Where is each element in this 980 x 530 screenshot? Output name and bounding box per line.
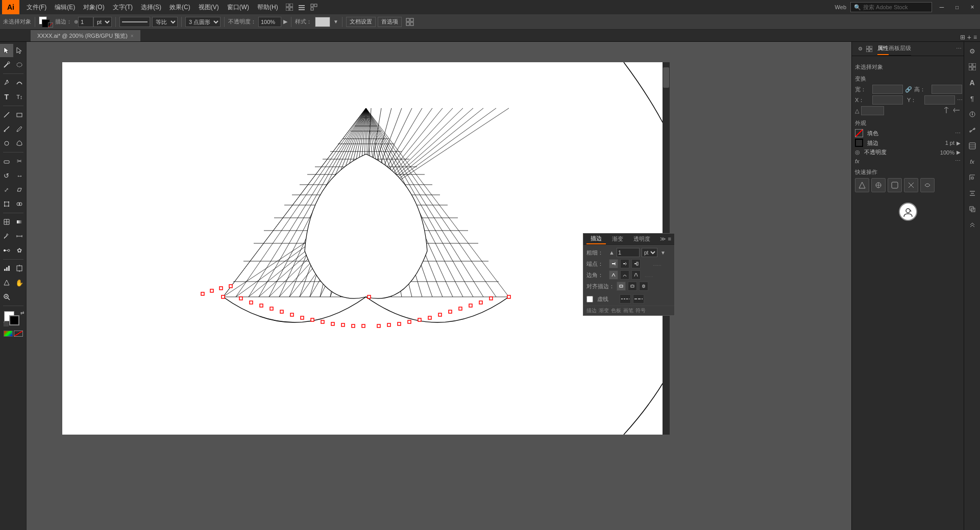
- touch-type-tool[interactable]: T↕: [13, 90, 27, 104]
- no-color-btn[interactable]: [14, 331, 23, 337]
- gradient-tab[interactable]: 渐变: [608, 234, 627, 244]
- shear-tool[interactable]: [13, 183, 27, 196]
- rect-tool[interactable]: [13, 108, 27, 121]
- add-panel-icon[interactable]: +: [967, 33, 971, 41]
- y-input[interactable]: [924, 95, 955, 105]
- transform-icon[interactable]: [965, 170, 979, 185]
- stroke-color-box[interactable]: [9, 315, 19, 325]
- letter-a-icon[interactable]: A: [965, 75, 979, 90]
- angle-input[interactable]: [861, 106, 884, 115]
- dashed-checkbox[interactable]: [586, 296, 593, 302]
- expand-icon[interactable]: [965, 218, 979, 232]
- align-outside-btn[interactable]: [639, 282, 648, 291]
- menu-window[interactable]: 窗口(W): [223, 0, 253, 14]
- align-icon[interactable]: [965, 186, 979, 200]
- direct-selection-tool[interactable]: [13, 44, 27, 57]
- symbol-sprayer-tool[interactable]: ✿: [13, 244, 27, 257]
- reflect-tool[interactable]: ↔: [13, 169, 27, 182]
- transform-options-icon[interactable]: ⋯: [957, 97, 963, 104]
- stroke-preview-icon[interactable]: [855, 139, 863, 147]
- panel-collapse-icon[interactable]: ⋯: [956, 45, 962, 52]
- footer-stroke-btn[interactable]: 描边: [586, 307, 597, 314]
- footer-brushes-btn[interactable]: 画笔: [623, 307, 633, 314]
- cap-round-btn[interactable]: [620, 259, 629, 268]
- stroke-tab[interactable]: 描边: [586, 234, 606, 244]
- measure-tool[interactable]: [13, 230, 27, 243]
- scissors-tool[interactable]: ✂: [13, 155, 27, 168]
- panel-expand-icon[interactable]: ≫: [660, 236, 666, 242]
- curvature-tool[interactable]: [13, 76, 27, 89]
- arrange-panels-icon[interactable]: ⊞: [960, 34, 965, 41]
- arrange-icon[interactable]: [297, 2, 307, 12]
- hand-tool[interactable]: ✋: [13, 276, 27, 289]
- qa-icon-5[interactable]: [920, 178, 935, 192]
- artboards-icon[interactable]: [309, 2, 319, 12]
- properties-icon[interactable]: [965, 107, 979, 121]
- menu-object[interactable]: 对象(O): [79, 0, 108, 14]
- paragraph-icon[interactable]: ¶: [965, 91, 979, 106]
- selection-tool[interactable]: [0, 44, 13, 57]
- preferences-btn[interactable]: 首选项: [378, 17, 402, 27]
- points-select[interactable]: 3 点圆形: [185, 17, 220, 27]
- search-bar[interactable]: 🔍 搜索 Adobe Stock: [850, 2, 932, 12]
- stroke-weight-expand[interactable]: ▶: [957, 140, 961, 146]
- stroke-weight-input[interactable]: [78, 17, 93, 27]
- transparency-tab[interactable]: 透明度: [629, 234, 654, 244]
- properties-tab[interactable]: 属性: [877, 42, 889, 55]
- dash-icon-2[interactable]: [633, 294, 644, 304]
- pathfinder-icon[interactable]: [965, 202, 979, 216]
- color-mode-btn[interactable]: [4, 331, 13, 337]
- appearance-icon[interactable]: [965, 139, 979, 153]
- slice-tool[interactable]: [0, 276, 13, 289]
- pen-tool[interactable]: [0, 76, 13, 89]
- rotate-tool[interactable]: ↺: [0, 169, 13, 182]
- default-colors-icon[interactable]: ⬛: [3, 321, 9, 326]
- canvas-svg[interactable]: [62, 62, 670, 435]
- qa-icon-3[interactable]: [888, 178, 902, 192]
- style-dropdown[interactable]: ▼: [333, 19, 338, 24]
- artboard-tool[interactable]: [13, 262, 27, 275]
- artboards-tab[interactable]: 画板: [889, 42, 900, 55]
- pencil-tool[interactable]: [13, 122, 27, 136]
- shaper-tool[interactable]: [13, 137, 27, 150]
- corner-miter-btn[interactable]: [609, 270, 618, 280]
- stroke-color-swatch[interactable]: [39, 16, 53, 28]
- menu-effect[interactable]: 效果(C): [165, 0, 194, 14]
- zoom-tool[interactable]: [0, 290, 13, 304]
- qa-icon-2[interactable]: [871, 178, 886, 192]
- prop-settings-icon[interactable]: ⚙: [856, 45, 864, 53]
- corner-round-btn[interactable]: [620, 270, 629, 280]
- fx-options[interactable]: ⋯: [955, 158, 961, 164]
- opacity-input[interactable]: [258, 17, 281, 27]
- window-minimize[interactable]: ─: [936, 2, 947, 13]
- panel-menu-btn[interactable]: ≡: [668, 236, 671, 242]
- menu-view[interactable]: 视图(V): [194, 0, 223, 14]
- window-maximize[interactable]: □: [951, 2, 963, 13]
- paintbrush-tool[interactable]: [0, 122, 13, 136]
- align-inside-btn[interactable]: [628, 282, 637, 291]
- grid-icon[interactable]: [284, 2, 295, 12]
- width-input[interactable]: [872, 85, 903, 94]
- footer-gradient-btn[interactable]: 渐变: [599, 307, 609, 314]
- free-transform-tool[interactable]: [0, 197, 13, 211]
- blob-brush-tool[interactable]: [0, 137, 13, 150]
- eyedropper-tool[interactable]: [0, 230, 13, 243]
- opacity-expand-btn[interactable]: ▶: [957, 149, 961, 155]
- user-avatar[interactable]: [899, 203, 917, 221]
- shape-builder-tool[interactable]: [13, 197, 27, 211]
- magic-wand-tool[interactable]: [0, 58, 13, 71]
- weight-unit-select[interactable]: pt: [642, 248, 657, 257]
- window-close[interactable]: ×: [967, 2, 978, 13]
- blend-tool[interactable]: [0, 244, 13, 257]
- link-icon-r[interactable]: [965, 123, 979, 137]
- stroke-unit-select[interactable]: pt: [93, 17, 112, 27]
- tab-close-btn[interactable]: ×: [131, 33, 134, 39]
- weight-expand[interactable]: ▼: [660, 250, 666, 256]
- prop-layout-icon[interactable]: [865, 45, 873, 53]
- corner-bevel-btn[interactable]: [631, 270, 641, 280]
- document-tab[interactable]: XXXX.ai* @ 200% (RGB/GPU 预览) ×: [31, 30, 140, 41]
- qa-icon-1[interactable]: [855, 178, 869, 192]
- menu-type[interactable]: 文字(T): [109, 0, 137, 14]
- eraser-tool[interactable]: [0, 155, 13, 168]
- layers-tab[interactable]: 层级: [900, 42, 911, 55]
